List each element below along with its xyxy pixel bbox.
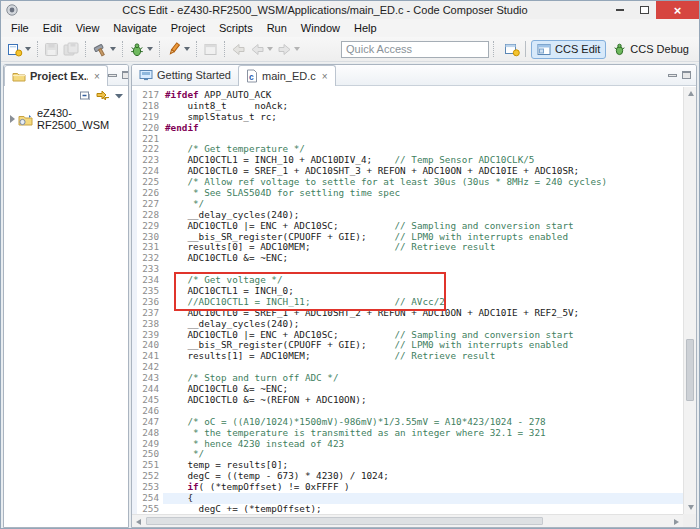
code-plain: ADC10CTL1 = INCH_0; (165, 285, 294, 296)
code-text[interactable]: degC += (*tempOffset); (163, 504, 683, 514)
menu-edit[interactable]: Edit (36, 21, 69, 35)
code-line[interactable]: 220#endif (132, 123, 683, 134)
close-icon[interactable]: × (322, 71, 328, 82)
menu-scripts[interactable]: Scripts (212, 21, 260, 35)
perspective-divider (525, 41, 526, 57)
code-line[interactable]: 249 * hence 4230 instead of 423 (132, 439, 683, 450)
editor-tab-main-ed-c[interactable]: cmain_ED.c× (238, 65, 336, 86)
line-number[interactable]: 238 (137, 319, 163, 330)
code-area[interactable]: 217#ifdef APP_AUTO_ACK218 uint8_t noAck;… (132, 87, 683, 514)
forward-button (275, 41, 302, 58)
code-text[interactable]: #endif (163, 123, 683, 134)
project-explorer-toolbar (4, 86, 128, 104)
perspective-ccs-edit[interactable]: CCS Edit (531, 40, 606, 59)
toolbar-separator (37, 41, 38, 57)
build-hammer-button[interactable] (90, 41, 118, 58)
chevron-down-icon[interactable] (267, 47, 273, 51)
link-editor-icon[interactable] (96, 89, 110, 102)
code-line[interactable]: 241 results[1] = ADC10MEM; // Retrieve r… (132, 351, 683, 362)
collapse-all-icon[interactable] (79, 89, 92, 102)
code-text[interactable]: ADC10CTL0 &= ~(REFON + ADC10ON); (163, 395, 683, 406)
new-wizard-icon (7, 42, 23, 57)
quick-access-input[interactable] (341, 41, 489, 58)
menu-view[interactable]: View (69, 21, 107, 35)
line-number[interactable]: 247 (137, 417, 163, 428)
code-text[interactable]: if( (*tempOffset) != 0xFFFF ) (163, 482, 683, 493)
chevron-down-icon[interactable] (184, 47, 190, 51)
maximize-button[interactable] (632, 1, 656, 19)
menu-file[interactable]: File (4, 21, 36, 35)
scroll-left-icon[interactable] (132, 515, 145, 528)
scroll-right-icon[interactable] (670, 515, 683, 528)
menu-run[interactable]: Run (260, 21, 294, 35)
code-text[interactable]: smplStatus_t rc; (163, 112, 683, 123)
last-edit-location-button (229, 41, 248, 58)
menu-bar: FileEditViewNavigateProjectScriptsRunWin… (1, 19, 699, 37)
window-title: CCS Edit - eZ430-RF2500_WSM/Applications… (61, 4, 589, 16)
console-icon (203, 42, 218, 57)
menu-window[interactable]: Window (294, 21, 347, 35)
code-comment: /* Get temperature */ (165, 143, 305, 154)
minimize-view-icon[interactable] (108, 74, 117, 77)
chevron-down-icon[interactable] (25, 47, 31, 51)
code-text[interactable]: * See SLAS504D for settling time spec (163, 188, 683, 199)
code-keyword: #endif (165, 122, 199, 133)
code-line[interactable]: 226 * See SLAS504D for settling time spe… (132, 188, 683, 199)
close-icon[interactable]: × (94, 71, 100, 82)
code-line[interactable]: 219 smplStatus_t rc; (132, 112, 683, 123)
line-number[interactable]: 220 (137, 123, 163, 134)
horizontal-scrollbar-thumb[interactable] (146, 517, 543, 525)
chevron-down-icon[interactable] (294, 47, 300, 51)
new-wizard-button[interactable] (5, 41, 33, 58)
expand-arrow-icon[interactable] (10, 115, 15, 123)
save-icon (44, 42, 59, 57)
menu-project[interactable]: Project (164, 21, 212, 35)
close-button[interactable]: × (656, 1, 699, 19)
editor-tab-getting-started[interactable]: Getting Started (132, 65, 238, 85)
perspective-ccs-debug[interactable]: CCS Debug (606, 40, 695, 59)
code-line[interactable]: 255 degC += (*tempOffset); (132, 504, 683, 514)
scroll-up-icon[interactable] (684, 87, 697, 100)
flash-pen-button[interactable] (164, 41, 192, 58)
menu-navigate[interactable]: Navigate (106, 21, 163, 35)
vertical-scrollbar[interactable] (683, 87, 696, 514)
code-comment: /* oC = ((A10/1024)*1500mV)-986mV)*1/3.5… (165, 416, 546, 427)
tree-item-eZ430-RF2500_WSM[interactable]: eZ430-RF2500_WSM (4, 106, 128, 132)
code-line[interactable]: 245 ADC10CTL0 &= ~(REFON + ADC10ON); (132, 395, 683, 406)
code-text[interactable]: ADC10CTL0 &= ~ENC; (163, 253, 683, 264)
vertical-scrollbar-thumb[interactable] (686, 339, 694, 401)
tab-project-explorer[interactable]: Project Ex... × (4, 65, 108, 86)
tab-label: Project Ex... (30, 70, 88, 82)
chevron-down-icon[interactable] (110, 47, 116, 51)
menu-help[interactable]: Help (347, 21, 384, 35)
view-menu-icon[interactable] (114, 91, 124, 100)
minimize-button[interactable] (608, 1, 632, 19)
toolbar-group (164, 37, 192, 61)
line-number[interactable]: 248 (137, 428, 163, 439)
perspective-label: CCS Debug (630, 43, 689, 55)
code-comment: /* Get voltage */ (165, 274, 283, 285)
code-plain: ADC10CTL0 = SREF_1 + ADC10SHT_2 + REFON … (165, 307, 579, 318)
line-number[interactable]: 255 (137, 504, 163, 514)
maximize-view-icon[interactable] (682, 71, 691, 79)
horizontal-scrollbar[interactable] (132, 514, 683, 527)
save-all-icon (63, 42, 79, 57)
code-line[interactable]: 253 if( (*tempOffset) != 0xFFFF ) (132, 482, 683, 493)
open-perspective-icon[interactable] (504, 42, 520, 57)
maximize-view-icon[interactable] (122, 71, 129, 79)
save-button (42, 41, 61, 58)
code-comment: // Temp Sensor ADC10CLK/5 (395, 154, 535, 165)
code-text[interactable]: results[1] = ADC10MEM; // Retrieve resul… (163, 351, 683, 362)
title-bar: CCS Edit - eZ430-RF2500_WSM/Applications… (1, 1, 699, 19)
code-text[interactable]: * hence 4230 instead of 423 (163, 439, 683, 450)
scroll-down-icon[interactable] (684, 501, 697, 514)
code-plain: ADC10CTL0 |= ENC + ADC10SC; (165, 220, 395, 231)
project-tree: eZ430-RF2500_WSM (4, 104, 128, 132)
debug-bug-button[interactable] (127, 41, 155, 58)
getting-started-icon (139, 69, 153, 82)
chevron-down-icon[interactable] (147, 47, 153, 51)
code-comment: // LPM0 with interrupts enabled (395, 231, 569, 242)
code-line[interactable]: 232 ADC10CTL0 &= ~ENC; (132, 253, 683, 264)
line-number[interactable]: 229 (137, 221, 163, 232)
minimize-view-icon[interactable] (668, 74, 677, 77)
